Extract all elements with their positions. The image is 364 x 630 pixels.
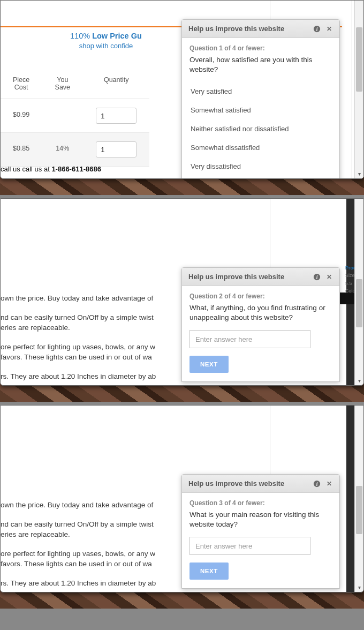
survey-option[interactable]: Very dissatisfied xyxy=(189,157,332,176)
copy-line: ore perfect for lighting up vases, bowls… xyxy=(1,549,160,569)
copy-line: ore perfect for lighting up vases, bowls… xyxy=(1,342,160,363)
close-icon[interactable]: ✕ xyxy=(325,25,333,33)
screenshot-2: own the price. Buy today and take advant… xyxy=(0,198,364,402)
survey-popup: Help us improve this website i ✕ Questio… xyxy=(181,474,340,589)
price-guarantee-promo[interactable]: 110% Low Price Gu shop with confide xyxy=(70,32,142,50)
next-button[interactable]: NEXT xyxy=(189,562,229,580)
survey-progress: Question 3 of 4 or fewer: xyxy=(189,499,332,507)
svg-text:i: i xyxy=(316,274,317,280)
close-icon[interactable]: ✕ xyxy=(325,479,333,488)
divider xyxy=(270,406,270,481)
cell-save: 14% xyxy=(42,141,83,158)
copy-line: nd can be easily turned On/Off by a simp… xyxy=(1,312,160,333)
table-header: Piece Cost You Save Quantity xyxy=(1,73,149,99)
cell-qty xyxy=(83,108,149,124)
quantity-input[interactable] xyxy=(96,141,136,158)
close-icon[interactable]: ✕ xyxy=(325,273,333,281)
browser-frame: own the price. Buy today and take advant… xyxy=(0,198,364,386)
svg-text:i: i xyxy=(316,481,317,486)
scroll-down-icon[interactable]: ▾ xyxy=(355,169,363,178)
col-piece: Piece Cost xyxy=(1,76,42,91)
col-qty: Quantity xyxy=(83,76,149,91)
cell-qty xyxy=(83,141,149,158)
phone-number: 1-866-611-8686 xyxy=(51,165,101,173)
scrollbar[interactable]: ▾ xyxy=(354,199,363,385)
svg-text:i: i xyxy=(316,26,317,32)
product-description: own the price. Buy today and take advant… xyxy=(1,293,160,386)
table-row: $0.85 14% xyxy=(1,133,149,167)
survey-body: Question 2 of 4 or fewer: What, if anyth… xyxy=(182,286,339,381)
survey-option[interactable]: Very satisfied xyxy=(189,82,332,101)
survey-title: Help us improve this website xyxy=(188,479,308,488)
scrollbar[interactable]: ▾ xyxy=(354,1,363,178)
browser-frame: own the price. Buy today and take advant… xyxy=(0,405,364,592)
cell-price: $0.85 xyxy=(1,141,42,158)
next-button[interactable]: NEXT xyxy=(189,356,229,373)
survey-question: Overall, how satisfied are you with this… xyxy=(189,55,332,74)
survey-header: Help us improve this website i ✕ xyxy=(182,20,339,38)
table-row: $0.99 xyxy=(1,99,149,133)
promo-bold: Low Price Gu xyxy=(92,32,142,40)
copy-line: rs. They are about 1.20 Inches in diamet… xyxy=(1,371,160,382)
survey-body: Question 1 of 4 or fewer: Overall, how s… xyxy=(182,38,339,179)
screenshot-1: 110% Low Price Gu shop with confide Piec… xyxy=(0,0,364,195)
scrollbar-thumb[interactable] xyxy=(356,486,362,534)
promo-percent: 110% xyxy=(70,32,90,40)
info-icon[interactable]: i xyxy=(313,25,321,33)
browser-frame: 110% Low Price Gu shop with confide Piec… xyxy=(0,0,364,179)
answer-input[interactable] xyxy=(189,330,310,348)
scrollbar[interactable]: ▾ xyxy=(354,406,363,592)
phone-line: call us call us at 1-866-611-8686 xyxy=(1,165,101,173)
phone-label: call us call us at xyxy=(1,165,51,173)
survey-popup: Help us improve this website i ✕ Questio… xyxy=(181,19,340,179)
answer-input[interactable] xyxy=(189,537,310,555)
survey-option[interactable]: Somewhat satisfied xyxy=(189,101,332,119)
survey-popup: Help us improve this website i ✕ Questio… xyxy=(181,267,340,382)
survey-body: Question 3 of 4 or fewer: What is your m… xyxy=(182,493,339,588)
copy-line: own the price. Buy today and take advant… xyxy=(1,293,160,304)
col-save: You Save xyxy=(42,76,83,91)
copy-line: own the price. Buy today and take advant… xyxy=(1,500,160,511)
survey-option[interactable]: Somewhat dissatisfied xyxy=(189,138,332,157)
copy-line: rs. They are about 1.20 Inches in diamet… xyxy=(1,578,160,589)
cell-price: $0.99 xyxy=(1,108,42,124)
copy-line: nd can be easily turned On/Off by a simp… xyxy=(1,519,160,540)
screenshot-3: own the price. Buy today and take advant… xyxy=(0,405,364,609)
cell-save xyxy=(42,108,83,124)
survey-progress: Question 2 of 4 or fewer: xyxy=(189,292,332,300)
scroll-down-icon[interactable]: ▾ xyxy=(355,583,363,592)
info-icon[interactable]: i xyxy=(313,273,321,281)
info-icon[interactable]: i xyxy=(313,479,321,488)
survey-progress: Question 1 of 4 or fewer: xyxy=(189,44,332,52)
product-description: own the price. Buy today and take advant… xyxy=(1,500,160,592)
survey-options: Very satisfied Somewhat satisfied Neithe… xyxy=(189,82,332,176)
scroll-down-icon[interactable]: ▾ xyxy=(355,376,363,385)
survey-header: Help us improve this website i ✕ xyxy=(182,475,339,493)
divider xyxy=(270,199,270,274)
survey-option[interactable]: Neither satisfied nor dissatisfied xyxy=(189,119,332,138)
scrollbar-thumb[interactable] xyxy=(356,27,362,92)
survey-question: What is your main reason for visiting th… xyxy=(189,510,332,529)
promo-sub: shop with confide xyxy=(70,42,142,50)
survey-title: Help us improve this website xyxy=(188,273,308,281)
price-table: Piece Cost You Save Quantity $0.99 $0.85… xyxy=(1,73,149,167)
survey-question: What, if anything, do you find frustrati… xyxy=(189,303,332,322)
survey-header: Help us improve this website i ✕ xyxy=(182,268,339,286)
quantity-input[interactable] xyxy=(96,108,136,124)
divider xyxy=(270,1,270,21)
scrollbar-thumb[interactable] xyxy=(356,279,362,327)
survey-title: Help us improve this website xyxy=(188,25,308,33)
